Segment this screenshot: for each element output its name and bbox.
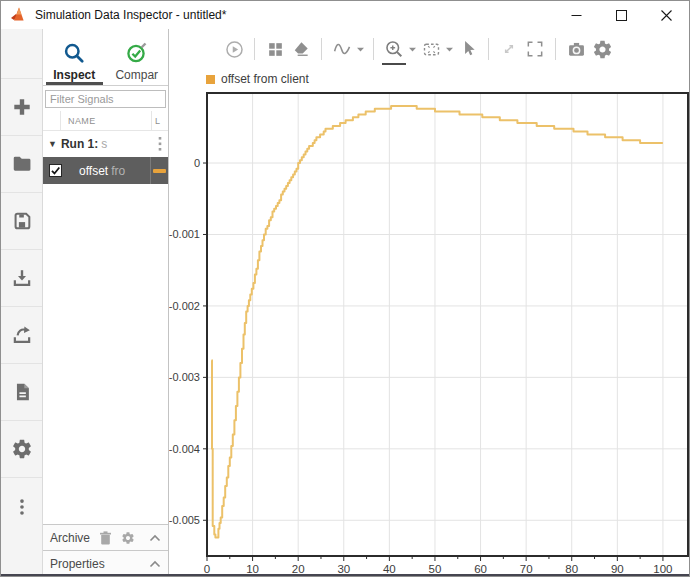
svg-text:0: 0 xyxy=(194,157,200,169)
signal-table-header: NAME L xyxy=(43,111,168,131)
open-folder-icon[interactable] xyxy=(1,136,42,193)
chart-region: offset from client 010203040506070809010… xyxy=(169,69,689,576)
toolbar-separator xyxy=(321,38,322,60)
left-toolbar xyxy=(1,29,43,576)
header-check-column xyxy=(43,111,61,130)
left-toolbar-spacer xyxy=(1,29,42,79)
signal-name-main: offset xyxy=(79,164,108,178)
archive-settings-gear-icon[interactable] xyxy=(121,531,135,545)
archive-collapse-chevron-icon[interactable] xyxy=(149,534,161,542)
run-menu-icon[interactable] xyxy=(156,135,164,153)
window-bottom-border xyxy=(1,574,689,576)
archive-label: Archive xyxy=(50,531,90,545)
title-bar: Simulation Data Inspector - untitled* xyxy=(1,1,689,29)
trash-icon[interactable] xyxy=(99,531,112,545)
properties-label: Properties xyxy=(50,557,105,571)
archive-bar[interactable]: Archive xyxy=(43,524,168,550)
plot-toolbar xyxy=(169,29,690,69)
fit-dropdown-icon[interactable] xyxy=(444,36,455,62)
toolbar-separator xyxy=(555,38,556,60)
signal-check-cell xyxy=(43,157,67,184)
add-icon[interactable] xyxy=(1,79,42,136)
playback-icon[interactable] xyxy=(221,36,247,62)
zoom-dropdown-icon[interactable] xyxy=(407,36,418,62)
svg-text:-0.004: -0.004 xyxy=(169,443,200,455)
header-name-column[interactable]: NAME xyxy=(61,111,151,130)
minimize-icon[interactable] xyxy=(554,1,599,29)
header-line-column[interactable]: L xyxy=(151,111,168,130)
signal-options-icon[interactable] xyxy=(329,36,355,62)
run-group-row[interactable]: ▼ Run 1: s xyxy=(43,131,168,157)
signal-list-empty-area xyxy=(43,184,168,524)
properties-bar[interactable]: Properties xyxy=(43,550,168,576)
filter-signals-input[interactable] xyxy=(45,90,166,108)
fit-to-view-icon[interactable] xyxy=(418,36,444,62)
simulation-data-inspector-window: Simulation Data Inspector - untitled* xyxy=(0,0,690,577)
sidebar: Inspect Compar NAME L ▼ Run 1: s xyxy=(43,29,169,576)
tab-inspect[interactable]: Inspect xyxy=(43,29,106,85)
toolbar-separator xyxy=(373,38,374,60)
tab-compare-label: Compar xyxy=(115,68,158,82)
compare-check-icon xyxy=(125,41,149,65)
signal-line-cell[interactable] xyxy=(150,157,168,184)
svg-text:-0.001: -0.001 xyxy=(169,228,200,240)
more-options-icon[interactable] xyxy=(1,478,42,535)
tab-compare[interactable]: Compar xyxy=(106,29,169,85)
svg-text:-0.005: -0.005 xyxy=(169,514,200,526)
collapse-caret-icon[interactable]: ▼ xyxy=(48,139,57,149)
run-group-label: Run 1: xyxy=(61,137,98,151)
matlab-logo-icon xyxy=(10,7,28,23)
save-icon[interactable] xyxy=(1,193,42,250)
toolbar-separator xyxy=(488,38,489,60)
expand-icon[interactable] xyxy=(496,36,522,62)
sidebar-tabs: Inspect Compar xyxy=(43,29,168,86)
fullscreen-icon[interactable] xyxy=(522,36,548,62)
inspect-magnifier-icon xyxy=(62,41,86,65)
signal-line-swatch xyxy=(153,169,166,173)
svg-text:-0.002: -0.002 xyxy=(169,300,200,312)
tab-inspect-label: Inspect xyxy=(53,68,95,82)
filter-signals-wrap xyxy=(43,86,168,111)
properties-collapse-chevron-icon[interactable] xyxy=(149,560,161,568)
import-icon[interactable] xyxy=(1,250,42,307)
svg-text:-0.003: -0.003 xyxy=(169,371,200,383)
zoom-in-icon[interactable] xyxy=(381,36,407,62)
layout-grid-icon[interactable] xyxy=(262,36,288,62)
plot-canvas[interactable]: 01020304050607080901000-0.001-0.002-0.00… xyxy=(169,69,690,577)
toolbar-separator xyxy=(254,38,255,60)
signal-name[interactable]: offset fro xyxy=(67,157,150,184)
run-group-suffix: s xyxy=(101,137,107,151)
signal-options-dropdown-icon[interactable] xyxy=(355,36,366,62)
signal-name-fade: fro xyxy=(111,164,125,178)
window-title: Simulation Data Inspector - untitled* xyxy=(35,8,226,22)
pointer-icon[interactable] xyxy=(455,36,481,62)
export-icon[interactable] xyxy=(1,307,42,364)
clear-eraser-icon[interactable] xyxy=(288,36,314,62)
signal-row[interactable]: offset fro xyxy=(43,157,168,184)
maximize-icon[interactable] xyxy=(599,1,644,29)
signal-checkbox[interactable] xyxy=(49,164,62,177)
snapshot-camera-icon[interactable] xyxy=(563,36,589,62)
report-icon[interactable] xyxy=(1,364,42,421)
preferences-icon[interactable] xyxy=(1,421,42,478)
close-icon[interactable] xyxy=(644,1,689,29)
settings-gear-icon[interactable] xyxy=(589,36,615,62)
